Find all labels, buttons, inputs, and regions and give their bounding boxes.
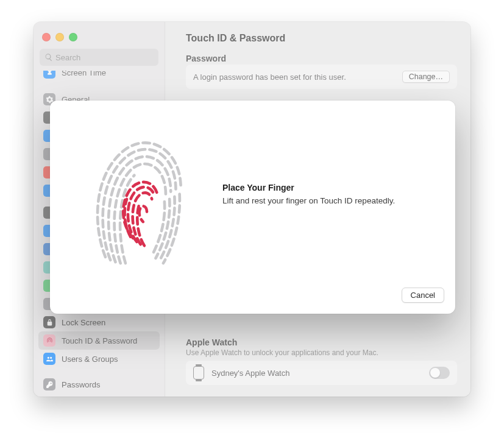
sidebar-item-label: Screen Time xyxy=(62,71,106,77)
password-section-title: Password xyxy=(186,54,457,63)
sidebar-item-label: Users & Groups xyxy=(62,355,118,364)
minimize-icon[interactable] xyxy=(55,33,64,41)
apple-watch-device: Sydney's Apple Watch xyxy=(211,369,422,378)
search-field-wrap xyxy=(40,49,158,66)
sidebar-item-screen-time[interactable]: Screen Time xyxy=(38,71,160,82)
lock-icon xyxy=(43,316,55,328)
sheet-text: Place Your Finger Lift and rest your fin… xyxy=(199,183,431,217)
sidebar-item-users-groups[interactable]: Users & Groups xyxy=(38,350,160,368)
apple-watch-toggle[interactable] xyxy=(429,367,450,379)
hourglass-icon xyxy=(43,71,55,79)
fingerprint-icon xyxy=(43,334,55,347)
sidebar-item-label: Touch ID & Password xyxy=(62,336,137,345)
sidebar-item-lock-screen[interactable]: Lock Screen xyxy=(38,313,160,331)
change-password-button[interactable]: Change… xyxy=(402,71,450,83)
sheet-body: Place Your Finger Lift and rest your fin… xyxy=(50,101,455,288)
search-icon xyxy=(44,53,53,62)
sidebar-item-label: Lock Screen xyxy=(62,318,105,327)
sidebar-item-passwords[interactable]: Passwords xyxy=(38,375,160,394)
page-title: Touch ID & Password xyxy=(165,22,470,50)
sidebar-item-label: Passwords xyxy=(62,380,101,389)
search-input[interactable] xyxy=(40,49,158,66)
users-icon xyxy=(43,353,55,365)
close-icon[interactable] xyxy=(42,33,51,41)
cancel-button[interactable]: Cancel xyxy=(402,288,444,303)
apple-watch-row: Sydney's Apple Watch xyxy=(186,361,457,385)
sidebar-item-touch-id[interactable]: Touch ID & Password xyxy=(38,331,160,350)
key-icon xyxy=(43,378,55,390)
window-controls xyxy=(34,28,165,49)
watch-icon xyxy=(193,366,204,380)
password-desc: A login password has been set for this u… xyxy=(193,72,346,82)
fingerprint-graphic xyxy=(74,130,199,270)
sheet-desc: Lift and rest your finger on Touch ID re… xyxy=(222,196,431,205)
sheet-title: Place Your Finger xyxy=(222,183,431,193)
apple-watch-title: Apple Watch xyxy=(186,337,457,347)
fingerprint-icon xyxy=(87,130,187,270)
apple-watch-sub: Use Apple Watch to unlock your applicati… xyxy=(186,348,457,357)
maximize-icon[interactable] xyxy=(69,33,77,41)
password-card: A login password has been set for this u… xyxy=(186,65,457,89)
touch-id-enroll-sheet: Place Your Finger Lift and rest your fin… xyxy=(50,101,455,314)
sheet-footer: Cancel xyxy=(50,288,455,314)
